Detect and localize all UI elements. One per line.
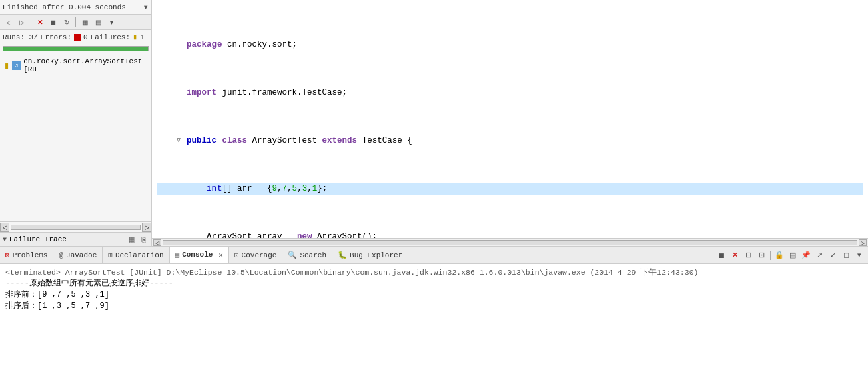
progress-bar-container <box>3 46 149 51</box>
problems-label: Problems <box>13 251 48 259</box>
collapse-icon: ▼ <box>3 236 7 243</box>
console-action5-btn[interactable]: ↙ <box>827 249 839 261</box>
progress-bar <box>3 47 148 51</box>
line-code-4: int[] arr = {9,7,5,3,1}; <box>184 183 863 195</box>
declaration-label: Declaration <box>115 251 164 259</box>
test-item-icon2: J <box>12 61 21 70</box>
failure-icon: ▮ <box>133 32 137 42</box>
failures-label: Failures: <box>91 33 130 41</box>
tab-declaration[interactable]: ⊞ Declaration <box>103 247 169 263</box>
bottom-panel: ⊠ Problems @ Javadoc ⊞ Declaration ▤ Con… <box>0 246 868 366</box>
console-action2-btn[interactable]: ⊡ <box>755 249 767 261</box>
runs-info: Runs: 3/ Errors: 0 Failures: ▮ 1 <box>0 30 151 44</box>
toolbar-separator-2 <box>75 17 76 27</box>
main-area: Finished after 0.004 seconds ▾ ◁ ▷ ✕ ⏹ ↻… <box>0 0 868 246</box>
back-button[interactable]: ◁ <box>3 16 15 28</box>
code-line-5: ArraySort array = new ArraySort(); <box>157 231 863 238</box>
console-close-icon[interactable]: ✕ <box>218 251 223 259</box>
bug-explorer-label: Bug Explorer <box>350 251 402 259</box>
console-terminate-btn[interactable]: ✕ <box>729 249 741 261</box>
line-code-5: ArraySort array = new ArraySort(); <box>184 231 863 238</box>
error-icon <box>74 34 81 41</box>
code-hscroll[interactable]: ◁ ▷ <box>152 238 868 246</box>
filter-trace-btn[interactable]: ▦ <box>126 234 137 245</box>
console-action4-btn[interactable]: ↗ <box>813 249 825 261</box>
failure-trace-label: Failure Trace <box>9 235 67 243</box>
test-item-label: cn.rocky.sort.ArraySortTest [Ru <box>23 57 147 73</box>
close-icon[interactable]: ▾ <box>143 1 149 13</box>
errors-label: Errors: <box>41 33 71 41</box>
line-code-1: package cn.rocky.sort; <box>184 39 863 51</box>
console-stop-btn[interactable]: ⏹ <box>715 249 727 261</box>
console-output-line-1: -----原始数组中所有元素已按逆序排好----- <box>5 278 863 289</box>
menu-button[interactable]: ▾ <box>105 16 117 28</box>
tab-bug-explorer[interactable]: 🐛 Bug Explorer <box>332 247 408 263</box>
errors-value: 0 <box>83 33 88 41</box>
copy-trace-btn[interactable]: ⎘ <box>138 234 149 245</box>
scroll-left-btn[interactable]: ◁ <box>0 223 9 232</box>
test-item-icon: ▮ <box>4 60 9 71</box>
console-clear-btn[interactable]: ⊟ <box>742 249 754 261</box>
console-action3-btn[interactable]: ▤ <box>787 249 799 261</box>
status-text: Finished after 0.004 seconds <box>3 3 126 11</box>
code-scroll[interactable]: package cn.rocky.sort; import junit.fram… <box>152 0 868 238</box>
toolbar-separator-1 <box>31 17 31 27</box>
layout-button[interactable]: ▤ <box>92 16 104 28</box>
failures-value: 1 <box>140 33 145 41</box>
tab-console[interactable]: ▤ Console ✕ <box>170 247 229 264</box>
tab-bar-actions: ⏹ ✕ ⊟ ⊡ 🔒 ▤ 📌 ↗ ↙ ◻ ▾ <box>713 249 868 261</box>
problems-icon: ⊠ <box>5 251 10 259</box>
code-line-3: ▽ public class ArraySortTest extends Tes… <box>157 135 863 147</box>
code-scroll-left-btn[interactable]: ◁ <box>153 239 161 246</box>
console-lock-btn[interactable]: 🔒 <box>773 249 785 261</box>
tab-problems[interactable]: ⊠ Problems <box>0 247 53 263</box>
scroll-right-btn[interactable]: ▷ <box>142 223 151 232</box>
code-line-1: package cn.rocky.sort; <box>157 39 863 51</box>
tab-action-sep <box>770 251 771 260</box>
line-code-3: public class ArraySortTest extends TestC… <box>184 135 863 147</box>
tab-search[interactable]: 🔍 Search <box>282 247 332 263</box>
console-icon: ▤ <box>175 251 180 259</box>
tab-coverage[interactable]: ⊡ Coverage <box>229 247 282 263</box>
line-code-2: import junit.framework.TestCase; <box>184 87 863 99</box>
code-hscrollbar-track[interactable] <box>163 240 857 245</box>
left-panel: Finished after 0.004 seconds ▾ ◁ ▷ ✕ ⏹ ↻… <box>0 0 152 246</box>
search-icon: 🔍 <box>288 251 297 259</box>
line-marker-collapse-3[interactable]: ▽ <box>173 135 184 147</box>
left-hscrollbar[interactable] <box>11 225 141 230</box>
test-tree-item[interactable]: ▮ J cn.rocky.sort.ArraySortTest [Ru <box>1 56 150 75</box>
console-output: <terminated> ArraySortTest [JUnit] D:\My… <box>0 264 868 366</box>
bug-icon: 🐛 <box>338 251 347 259</box>
tab-bar: ⊠ Problems @ Javadoc ⊞ Declaration ▤ Con… <box>0 247 868 264</box>
search-label: Search <box>300 251 326 259</box>
coverage-label: Coverage <box>242 251 277 259</box>
console-terminated-line: <terminated> ArraySortTest [JUnit] D:\My… <box>5 267 863 278</box>
console-output-line-3: 排序后：[1 ,3 ,5 ,7 ,9] <box>5 301 863 312</box>
code-content: package cn.rocky.sort; import junit.fram… <box>152 0 868 238</box>
filter-button[interactable]: ▦ <box>79 16 91 28</box>
declaration-icon: ⊞ <box>108 251 113 259</box>
history-button[interactable]: ↻ <box>61 16 73 28</box>
forward-button[interactable]: ▷ <box>16 16 28 28</box>
code-line-2: import junit.framework.TestCase; <box>157 87 863 99</box>
left-hscroll-area: ◁ ▷ <box>0 221 151 232</box>
left-toolbar: ◁ ▷ ✕ ⏹ ↻ ▦ ▤ ▾ <box>0 15 151 30</box>
status-bar: Finished after 0.004 seconds ▾ <box>0 0 151 15</box>
console-output-line-2: 排序前：[9 ,7 ,5 ,3 ,1] <box>5 289 863 301</box>
javadoc-icon: @ <box>59 251 63 259</box>
tab-javadoc[interactable]: @ Javadoc <box>53 247 103 263</box>
console-pin-btn[interactable]: 📌 <box>800 249 812 261</box>
console-action6-btn[interactable]: ◻ <box>840 249 852 261</box>
test-tree: ▮ J cn.rocky.sort.ArraySortTest [Ru <box>0 53 151 221</box>
rerun-button[interactable]: ✕ <box>34 16 46 28</box>
console-menu-btn[interactable]: ▾ <box>853 249 865 261</box>
failure-trace-bar: ▼ Failure Trace ▦ ⎘ <box>0 232 151 246</box>
console-label: Console <box>182 251 213 259</box>
coverage-icon: ⊡ <box>234 251 239 259</box>
code-editor: package cn.rocky.sort; import junit.fram… <box>152 0 868 246</box>
code-line-4: int[] arr = {9,7,5,3,1}; <box>157 183 863 195</box>
stop-button[interactable]: ⏹ <box>47 16 59 28</box>
code-scroll-right-btn[interactable]: ▷ <box>859 239 867 246</box>
runs-label: Runs: 3/ <box>3 33 38 41</box>
javadoc-label: Javadoc <box>66 251 97 259</box>
